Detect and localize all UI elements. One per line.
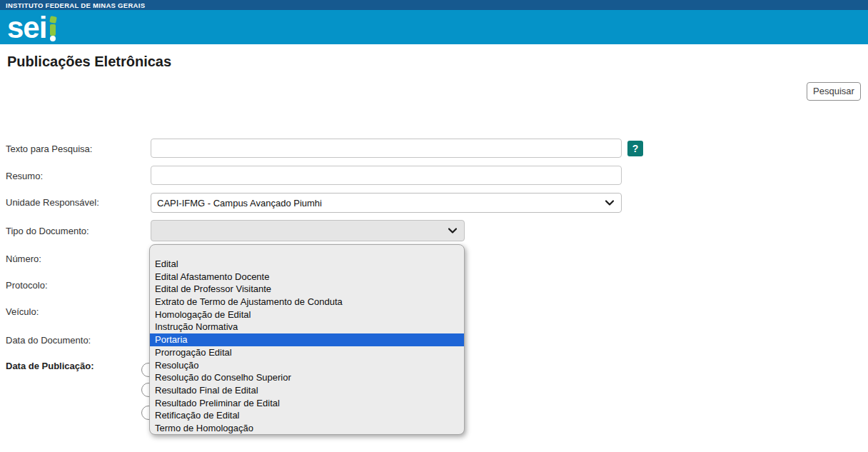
institution-bar: INSTITUTO FEDERAL DE MINAS GERAIS	[0, 0, 868, 10]
dropdown-option[interactable]: Prorrogação Edital	[150, 346, 464, 359]
veiculo-label: Veículo:	[6, 306, 39, 317]
numero-label: Número:	[6, 253, 41, 264]
unidade-responsavel-select[interactable]: CAPI-IFMG - Campus Avançado Piumhi	[151, 193, 622, 213]
chevron-down-icon	[605, 200, 614, 206]
dropdown-option[interactable]: Edital Afastamento Docente	[150, 271, 464, 283]
dropdown-option[interactable]: Resolução do Conselho Superior	[150, 371, 464, 384]
dropdown-option[interactable]: Resultado Final de Edital	[150, 384, 464, 397]
tipo-do-documento-label: Tipo do Documento:	[6, 226, 89, 236]
chevron-down-icon	[448, 228, 457, 233]
dropdown-option[interactable]: Resolução	[150, 359, 464, 372]
dropdown-option[interactable]: Extrato de Termo de Ajustamento de Condu…	[150, 296, 464, 308]
texto-para-pesquisa-label: Texto para Pesquisa:	[6, 144, 92, 154]
protocolo-label: Protocolo:	[6, 280, 48, 291]
sei-logo-exclamation-icon	[48, 15, 57, 42]
document-type-listbox: EditalEdital Afastamento DocenteEdital d…	[149, 244, 465, 435]
dropdown-option[interactable]: Portaria	[150, 333, 464, 346]
texto-para-pesquisa-input[interactable]	[151, 139, 622, 158]
sei-logo: sei	[7, 12, 57, 44]
dropdown-option[interactable]: Homologação de Edital	[150, 308, 464, 321]
help-button[interactable]: ?	[627, 141, 643, 156]
resumo-input[interactable]	[151, 166, 622, 185]
app-header-bar: sei	[0, 10, 868, 44]
dropdown-option[interactable]: Edital	[150, 258, 464, 271]
unidade-responsavel-label: Unidade Responsável:	[6, 197, 99, 208]
page-title: Publicações Eletrônicas	[7, 54, 171, 70]
data-de-publicacao-label: Data de Publicação:	[6, 361, 94, 371]
tipo-do-documento-select[interactable]	[151, 220, 465, 241]
dropdown-option[interactable]: Resultado Preliminar de Edital	[150, 397, 464, 410]
dropdown-option[interactable]: Edital de Professor Visitante	[150, 283, 464, 296]
dropdown-option[interactable]: Termo de Homologação	[150, 422, 464, 435]
sei-logo-text: sei	[7, 11, 46, 44]
institution-name: INSTITUTO FEDERAL DE MINAS GERAIS	[6, 1, 145, 9]
resumo-label: Resumo:	[6, 171, 43, 181]
search-button[interactable]: Pesquisar	[807, 82, 861, 101]
unidade-responsavel-value: CAPI-IFMG - Campus Avançado Piumhi	[157, 198, 322, 209]
dropdown-option[interactable]: Retificação de Edital	[150, 409, 464, 422]
dropdown-option[interactable]: Instrução Normativa	[150, 321, 464, 333]
data-do-documento-label: Data do Documento:	[6, 335, 91, 346]
